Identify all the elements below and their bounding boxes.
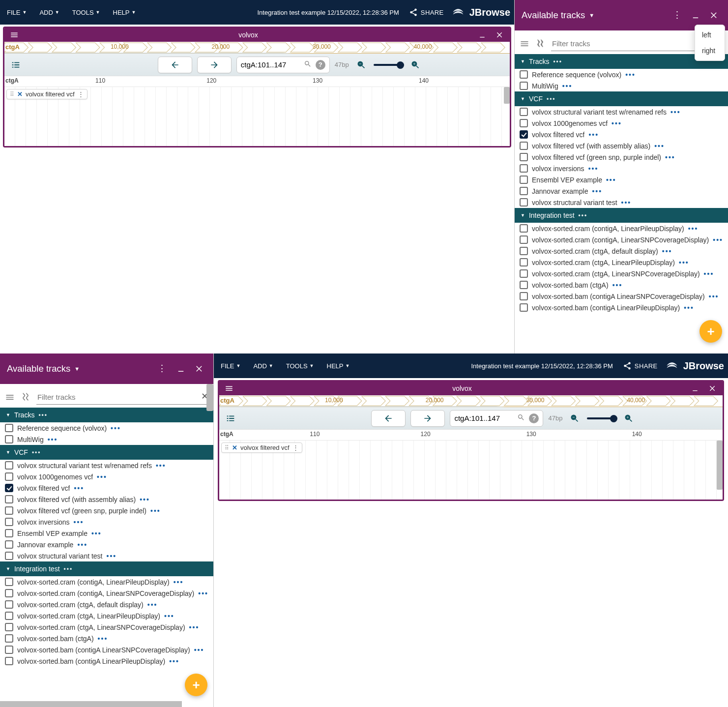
track-checkbox[interactable] <box>520 82 528 90</box>
track-row-menu-button[interactable]: ••• <box>77 541 87 549</box>
track-menu-button[interactable]: ⋮ <box>292 444 299 451</box>
track-checkbox[interactable] <box>520 142 528 150</box>
side-panel-close-button[interactable] <box>193 362 206 376</box>
track-vertical-scrollbar[interactable] <box>717 441 723 490</box>
track-row-menu-button[interactable]: ••• <box>625 71 636 79</box>
track-list-horizontal-scrollbar[interactable] <box>0 701 182 707</box>
track-checkbox[interactable] <box>520 130 528 139</box>
track-row-menu-button[interactable]: ••• <box>48 436 58 443</box>
scale-bar[interactable]: ctgA 110 120 130 140 <box>219 430 723 441</box>
overview-ruler[interactable]: ctgA 10,000 20,000 30,000 40,000 <box>4 42 510 54</box>
track-label[interactable]: volvox filtered vcf (green snp, purple i… <box>532 153 661 161</box>
connections-button[interactable] <box>535 38 545 50</box>
zoom-out-button[interactable] <box>567 411 582 426</box>
track-checkbox[interactable] <box>5 623 13 631</box>
track-checkbox[interactable] <box>5 657 13 665</box>
zoom-slider[interactable] <box>374 64 403 66</box>
track-checkbox[interactable] <box>520 292 528 300</box>
track-row-menu-button[interactable]: ••• <box>606 176 616 184</box>
track-checkbox[interactable] <box>520 247 528 255</box>
track-checkbox[interactable] <box>5 634 13 643</box>
track-category-menu-button[interactable]: ••• <box>32 449 41 456</box>
track-row-menu-button[interactable]: ••• <box>74 518 84 526</box>
track-row-menu-button[interactable]: ••• <box>156 462 166 470</box>
connections-button[interactable] <box>21 392 30 403</box>
track-row-menu-button[interactable]: ••• <box>688 225 699 233</box>
track-list-vertical-scrollbar[interactable] <box>206 384 213 707</box>
track-label[interactable]: volvox filtered vcf (with assembly alias… <box>17 496 136 503</box>
track-checkbox[interactable] <box>520 198 528 206</box>
track-checkbox[interactable] <box>5 472 13 481</box>
side-panel-menu-button[interactable]: ⋮ <box>155 362 169 376</box>
track-label[interactable]: volvox filtered vcf (with assembly alias… <box>532 142 650 150</box>
location-input[interactable] <box>241 60 300 69</box>
track-label[interactable]: Ensembl VEP example <box>532 176 602 184</box>
track-label[interactable]: volvox filtered vcf <box>17 484 70 492</box>
track-label[interactable]: volvox-sorted.cram (contigA, LinearSNPCo… <box>532 236 709 244</box>
track-row-menu-button[interactable]: ••• <box>97 473 107 481</box>
track-label[interactable]: volvox-sorted.cram (ctgA, LinearPileupDi… <box>17 612 160 620</box>
menu-tools[interactable]: TOOLS▼ <box>283 360 317 372</box>
track-row-menu-button[interactable]: ••• <box>665 153 675 161</box>
track-label[interactable]: volvox-sorted.bam (ctgA) <box>532 281 609 289</box>
side-panel-menu-button[interactable]: ⋮ <box>670 8 684 22</box>
zoom-in-button[interactable] <box>408 58 423 72</box>
track-selector-button[interactable] <box>223 411 238 426</box>
track-label[interactable]: volvox structural variant test <box>532 199 617 206</box>
track-row-menu-button[interactable]: ••• <box>174 578 184 586</box>
track-row-menu-button[interactable]: ••• <box>704 270 714 278</box>
view-close-button[interactable] <box>493 28 507 42</box>
menu-help[interactable]: HELP▼ <box>324 360 353 372</box>
track-checkbox[interactable] <box>520 236 528 244</box>
track-list[interactable]: ▼Tracks•••Reference sequence (volvox)•••… <box>515 54 728 354</box>
track-category-header[interactable]: ▼VCF••• <box>0 445 213 460</box>
track-row-menu-button[interactable]: ••• <box>562 82 573 90</box>
track-row-menu-button[interactable]: ••• <box>588 131 599 139</box>
zoom-slider[interactable] <box>587 417 616 419</box>
tracks-container[interactable]: ⠿ ✕ volvox filtered vcf ⋮ <box>219 441 723 500</box>
track-label[interactable]: Reference sequence (volvox) <box>17 424 107 432</box>
track-checkbox[interactable] <box>520 269 528 278</box>
zoom-in-button[interactable] <box>621 411 636 426</box>
track-drag-handle[interactable]: ⠿ <box>10 91 14 98</box>
track-list[interactable]: ▼Tracks•••Reference sequence (volvox)•••… <box>0 408 213 707</box>
track-row-menu-button[interactable]: ••• <box>107 552 117 560</box>
track-row-menu-button[interactable]: ••• <box>164 612 175 620</box>
track-checkbox[interactable] <box>5 424 13 432</box>
track-checkbox[interactable] <box>520 164 528 173</box>
track-menu-button[interactable]: ⋮ <box>78 90 84 98</box>
track-category-header[interactable]: ▼Integration test••• <box>515 208 728 223</box>
track-label[interactable]: MultiWig <box>532 82 558 90</box>
track-checkbox[interactable] <box>5 495 13 503</box>
track-row-menu-button[interactable]: ••• <box>592 187 602 195</box>
share-button[interactable]: SHARE <box>409 8 444 17</box>
track-filter-menu-button[interactable] <box>5 392 15 402</box>
popover-option-left[interactable]: left <box>695 27 725 43</box>
track-label[interactable]: volvox-sorted.cram (ctgA, LinearSNPCover… <box>532 270 700 278</box>
track-row-menu-button[interactable]: ••• <box>74 484 84 492</box>
view-minimize-button[interactable] <box>688 382 702 395</box>
track-label[interactable]: volvox-sorted.cram (contigA, LinearPileu… <box>532 225 684 233</box>
view-minimize-button[interactable] <box>475 28 489 42</box>
track-checkbox[interactable] <box>5 529 13 537</box>
track-row-menu-button[interactable]: ••• <box>713 236 723 244</box>
track-category-header[interactable]: ▼Integration test••• <box>0 561 213 576</box>
track-label[interactable]: volvox-sorted.cram (ctgA, LinearSNPCover… <box>17 623 185 631</box>
track-label[interactable]: Jannovar example <box>532 187 588 195</box>
track-label[interactable]: volvox-sorted.cram (contigA, LinearPileu… <box>17 578 170 586</box>
track-checkbox[interactable] <box>5 540 13 549</box>
track-close-button[interactable]: ✕ <box>17 90 23 98</box>
pan-left-button[interactable] <box>371 410 406 427</box>
side-panel-title[interactable]: Available tracks▼ <box>7 363 80 374</box>
track-row-menu-button[interactable]: ••• <box>140 496 150 503</box>
track-row-menu-button[interactable]: ••• <box>98 635 108 643</box>
track-label[interactable]: volvox 1000genomes vcf <box>17 473 93 481</box>
track-row-menu-button[interactable]: ••• <box>684 304 694 312</box>
track-checkbox[interactable] <box>5 461 13 470</box>
track-label[interactable]: Ensembl VEP example <box>17 530 87 537</box>
track-label[interactable]: Jannovar example <box>17 541 73 549</box>
track-row-menu-button[interactable]: ••• <box>91 530 102 537</box>
menu-tools[interactable]: TOOLS▼ <box>69 7 103 18</box>
track-label[interactable]: volvox filtered vcf (green snp, purple i… <box>17 507 146 515</box>
track-row-menu-button[interactable]: ••• <box>670 108 681 116</box>
